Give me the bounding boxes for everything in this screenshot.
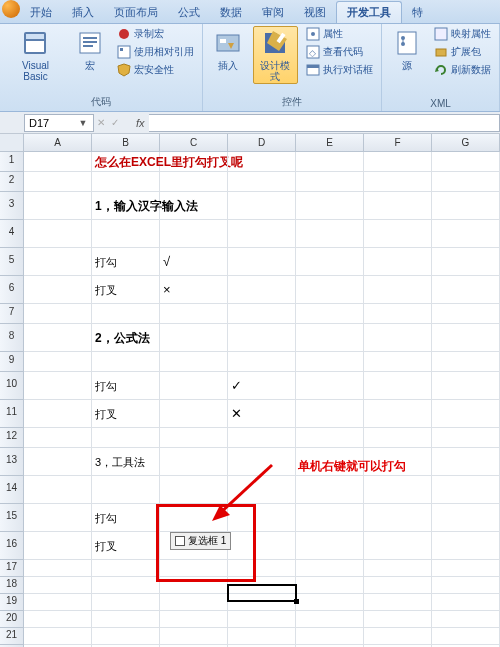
cell-E2[interactable] — [296, 172, 364, 192]
tab-4[interactable]: 数据 — [210, 2, 252, 23]
fx-button[interactable]: fx — [136, 117, 145, 129]
checkbox-box[interactable] — [175, 536, 185, 546]
cell-G1[interactable] — [432, 152, 500, 172]
cell-F18[interactable] — [364, 577, 432, 594]
view-code-button[interactable]: ◇ 查看代码 — [304, 44, 375, 60]
cell-G17[interactable] — [432, 560, 500, 577]
cell-C3[interactable] — [160, 192, 228, 220]
visual-basic-button[interactable]: Visual Basic — [6, 26, 65, 84]
cell-A9[interactable] — [24, 352, 92, 372]
cell-B17[interactable] — [92, 560, 160, 577]
checkbox-form-control[interactable]: 复选框 1 — [170, 532, 231, 550]
cell-E8[interactable] — [296, 324, 364, 352]
row-header-15[interactable]: 15 — [0, 504, 24, 532]
run-dialog-button[interactable]: 执行对话框 — [304, 62, 375, 78]
cell-A5[interactable] — [24, 248, 92, 276]
cell-A8[interactable] — [24, 324, 92, 352]
name-box[interactable]: D17 ▼ — [24, 114, 94, 132]
cell-G3[interactable] — [432, 192, 500, 220]
cell-E21[interactable] — [296, 628, 364, 645]
col-header-E[interactable]: E — [296, 134, 364, 152]
cell-A2[interactable] — [24, 172, 92, 192]
row-header-6[interactable]: 6 — [0, 276, 24, 304]
cell-G19[interactable] — [432, 594, 500, 611]
cell-B19[interactable] — [92, 594, 160, 611]
cell-G14[interactable] — [432, 476, 500, 504]
cell-B14[interactable] — [92, 476, 160, 504]
col-header-F[interactable]: F — [364, 134, 432, 152]
cell-G18[interactable] — [432, 577, 500, 594]
cell-E6[interactable] — [296, 276, 364, 304]
cell-G20[interactable] — [432, 611, 500, 628]
row-header-19[interactable]: 19 — [0, 594, 24, 611]
cell-F17[interactable] — [364, 560, 432, 577]
row-header-5[interactable]: 5 — [0, 248, 24, 276]
cell-D6[interactable] — [228, 276, 296, 304]
cell-F11[interactable] — [364, 400, 432, 428]
row-header-20[interactable]: 20 — [0, 611, 24, 628]
name-box-dropdown[interactable]: ▼ — [77, 118, 89, 128]
row-header-11[interactable]: 11 — [0, 400, 24, 428]
cell-F1[interactable] — [364, 152, 432, 172]
row-header-18[interactable]: 18 — [0, 577, 24, 594]
cell-C6[interactable]: × — [160, 276, 228, 304]
cell-G5[interactable] — [432, 248, 500, 276]
cell-C4[interactable] — [160, 220, 228, 248]
cancel-icon[interactable]: ✕ — [94, 117, 108, 128]
cell-G10[interactable] — [432, 372, 500, 400]
cell-B15[interactable]: 打勾 — [92, 504, 160, 532]
properties-button[interactable]: 属性 — [304, 26, 375, 42]
cell-B20[interactable] — [92, 611, 160, 628]
tab-3[interactable]: 公式 — [168, 2, 210, 23]
cell-D1[interactable] — [228, 152, 296, 172]
cell-D3[interactable] — [228, 192, 296, 220]
tab-8[interactable]: 特 — [402, 2, 433, 23]
insert-control-button[interactable]: 插入 — [209, 26, 247, 73]
col-header-B[interactable]: B — [92, 134, 160, 152]
cell-A10[interactable] — [24, 372, 92, 400]
row-header-7[interactable]: 7 — [0, 304, 24, 324]
cell-C20[interactable] — [160, 611, 228, 628]
cell-F21[interactable] — [364, 628, 432, 645]
cell-D11[interactable]: ✕ — [228, 400, 296, 428]
cell-A1[interactable] — [24, 152, 92, 172]
cell-C12[interactable] — [160, 428, 228, 448]
cell-D9[interactable] — [228, 352, 296, 372]
design-mode-button[interactable]: 设计模式 — [253, 26, 298, 84]
cell-F14[interactable] — [364, 476, 432, 504]
cell-E18[interactable] — [296, 577, 364, 594]
macro-security-button[interactable]: 宏安全性 — [115, 62, 196, 78]
cell-B4[interactable] — [92, 220, 160, 248]
cell-A13[interactable] — [24, 448, 92, 476]
cell-E10[interactable] — [296, 372, 364, 400]
cell-A15[interactable] — [24, 504, 92, 532]
cell-A4[interactable] — [24, 220, 92, 248]
row-header-9[interactable]: 9 — [0, 352, 24, 372]
cell-B16[interactable]: 打叉 — [92, 532, 160, 560]
cell-B3[interactable]: 1，输入汉字输入法 — [92, 192, 160, 220]
row-header-14[interactable]: 14 — [0, 476, 24, 504]
row-header-2[interactable]: 2 — [0, 172, 24, 192]
tab-7[interactable]: 开发工具 — [336, 1, 402, 23]
cell-A21[interactable] — [24, 628, 92, 645]
cell-B7[interactable] — [92, 304, 160, 324]
cell-D8[interactable] — [228, 324, 296, 352]
cell-E15[interactable] — [296, 504, 364, 532]
cell-F15[interactable] — [364, 504, 432, 532]
tab-2[interactable]: 页面布局 — [104, 2, 168, 23]
cell-A18[interactable] — [24, 577, 92, 594]
cell-A11[interactable] — [24, 400, 92, 428]
office-button[interactable] — [2, 0, 20, 18]
tab-0[interactable]: 开始 — [20, 2, 62, 23]
cell-D21[interactable] — [228, 628, 296, 645]
row-header-3[interactable]: 3 — [0, 192, 24, 220]
expansion-button[interactable]: 扩展包 — [432, 44, 493, 60]
cell-E4[interactable] — [296, 220, 364, 248]
cell-F3[interactable] — [364, 192, 432, 220]
cell-B21[interactable] — [92, 628, 160, 645]
cell-B2[interactable] — [92, 172, 160, 192]
cell-A12[interactable] — [24, 428, 92, 448]
cell-A3[interactable] — [24, 192, 92, 220]
cell-C9[interactable] — [160, 352, 228, 372]
cell-G4[interactable] — [432, 220, 500, 248]
